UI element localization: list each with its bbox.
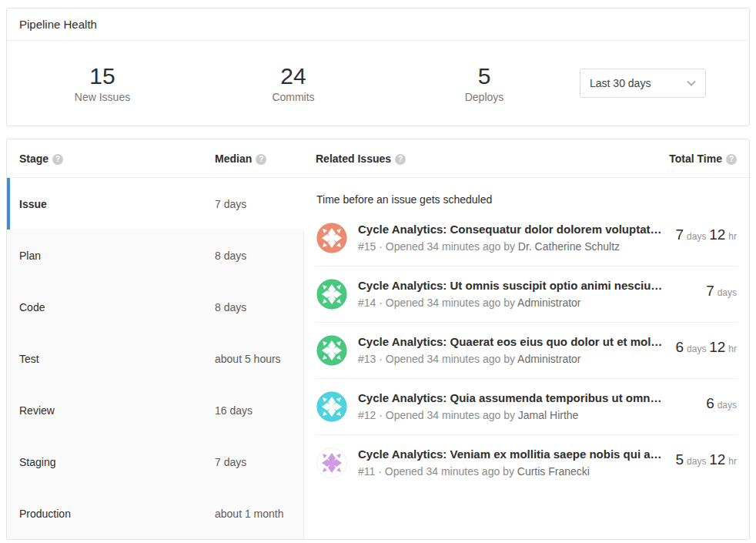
pipeline-health-card: Pipeline Health 15 New Issues 24 Commits…: [6, 8, 750, 126]
column-header-median: Median: [215, 153, 316, 165]
issue-meta-text: #15 · Opened 34 minutes ago by: [358, 240, 515, 253]
stat-commits: 24 Commits: [198, 63, 389, 103]
stage-item-production[interactable]: Production about 1 month: [7, 488, 304, 539]
issue-meta: #13 · Opened 34 minutes ago by Administr…: [358, 353, 667, 365]
issue-title-link[interactable]: Cycle Analytics: Veniam ex mollitia saep…: [358, 447, 667, 462]
identicon-avatar: [316, 391, 347, 422]
chevron-down-icon: [687, 80, 696, 86]
issue-meta: #12 · Opened 34 minutes ago by Jamal Hir…: [358, 409, 697, 421]
issue-event-row: Cycle Analytics: Ut omnis suscipit optio…: [315, 266, 738, 323]
issue-author-link[interactable]: Curtis Franecki: [517, 465, 590, 478]
issue-author-link[interactable]: Jamal Hirthe: [518, 409, 579, 421]
stage-events-panel: Time before an issue gets scheduled C: [304, 178, 749, 539]
issue-total-time: 6 days 12 hr: [676, 335, 737, 356]
total-time-unit: days: [687, 344, 706, 354]
stage-item-staging[interactable]: Staging 7 days: [7, 436, 304, 488]
issue-meta: #11 · Opened 34 minutes ago by Curtis Fr…: [358, 465, 667, 478]
column-header-related-issues: Related Issues: [316, 153, 669, 165]
date-range-column: Last 30 days: [580, 69, 749, 98]
column-header-median-label: Median: [215, 153, 252, 165]
stage-median: 8 days: [215, 250, 246, 262]
total-time-number: 5: [676, 451, 684, 468]
stage-median: 7 days: [215, 198, 246, 210]
stage-median: 8 days: [215, 301, 246, 313]
stage-item-test[interactable]: Test about 5 hours: [7, 333, 304, 384]
issue-event-main: Cycle Analytics: Quaerat eos eius quo do…: [358, 335, 667, 365]
total-time-number: 12: [709, 226, 725, 243]
issue-title-link[interactable]: Cycle Analytics: Quia assumenda temporib…: [358, 391, 697, 406]
stat-commits-value: 24: [198, 63, 389, 89]
issue-total-time: 5 days 12 hr: [676, 447, 737, 468]
issue-event-row: Cycle Analytics: Consequatur dolor dolor…: [315, 210, 738, 266]
issue-event-main: Cycle Analytics: Ut omnis suscipit optio…: [358, 279, 697, 309]
column-header-stage-label: Stage: [19, 153, 49, 165]
stat-new-issues: 15 New Issues: [7, 63, 198, 103]
issue-title-link[interactable]: Cycle Analytics: Consequatur dolor dolor…: [358, 223, 667, 237]
column-header-total-time: Total Time: [669, 153, 749, 165]
total-time-unit: hr: [728, 344, 737, 354]
issue-meta: #15 · Opened 34 minutes ago by Dr. Cathe…: [358, 240, 667, 253]
date-range-selected: Last 30 days: [590, 77, 651, 89]
identicon-avatar: [316, 279, 347, 310]
total-time-number: 6: [676, 339, 684, 355]
issue-meta-text: #13 · Opened 34 minutes ago by: [358, 353, 515, 365]
cycle-table-header: Stage Median Related Issues Total Time: [7, 139, 749, 178]
issue-total-time: 6 days: [706, 391, 737, 412]
stage-name: Review: [19, 404, 215, 417]
issue-total-time: 7 days: [706, 279, 737, 300]
stage-name: Staging: [19, 456, 215, 468]
total-time-number: 6: [706, 395, 714, 411]
stage-name: Issue: [19, 198, 215, 210]
stat-deploys-label: Deploys: [389, 91, 580, 103]
column-header-total-time-label: Total Time: [669, 153, 722, 165]
issue-total-time: 7 days 12 hr: [676, 223, 737, 243]
stage-item-issue[interactable]: Issue 7 days: [7, 178, 304, 230]
stage-item-code[interactable]: Code 8 days: [7, 281, 304, 333]
total-time-unit: days: [718, 287, 737, 298]
stage-name: Plan: [19, 250, 215, 262]
stage-median: about 1 month: [215, 508, 284, 520]
issue-event-row: Cycle Analytics: Quia assumenda temporib…: [315, 379, 738, 435]
total-time-unit: days: [687, 456, 706, 467]
issue-event-row: Cycle Analytics: Quaerat eos eius quo do…: [315, 323, 738, 379]
stage-median: 16 days: [215, 404, 253, 417]
pipeline-health-title: Pipeline Health: [7, 8, 749, 41]
help-icon[interactable]: [256, 154, 266, 165]
stage-item-plan[interactable]: Plan 8 days: [7, 230, 304, 281]
cycle-analytics-body: Issue 7 days Plan 8 days Code 8 days Tes…: [7, 178, 749, 539]
stage-name: Production: [19, 508, 215, 520]
issue-author-link[interactable]: Administrator: [517, 297, 580, 309]
column-header-related-issues-label: Related Issues: [316, 153, 391, 165]
total-time-number: 12: [709, 451, 725, 468]
issue-meta-text: #11 · Opened 34 minutes ago by: [358, 465, 514, 478]
issue-event-row: Cycle Analytics: Veniam ex mollitia saep…: [315, 435, 738, 491]
stage-name: Test: [19, 353, 215, 365]
total-time-unit: hr: [728, 456, 737, 467]
summary-stats: 15 New Issues 24 Commits 5 Deploys Last …: [7, 41, 749, 126]
issue-author-link[interactable]: Dr. Catherine Schultz: [518, 240, 620, 253]
stat-deploys-value: 5: [389, 63, 580, 89]
total-time-unit: hr: [728, 231, 737, 242]
issue-author-link[interactable]: Administrator: [517, 353, 580, 365]
issue-event-main: Cycle Analytics: Consequatur dolor dolor…: [358, 223, 667, 253]
identicon-avatar: [316, 223, 347, 253]
issue-event-main: Cycle Analytics: Quia assumenda temporib…: [358, 391, 697, 421]
issue-title-link[interactable]: Cycle Analytics: Quaerat eos eius quo do…: [358, 335, 667, 350]
total-time-number: 12: [709, 339, 725, 355]
stage-item-review[interactable]: Review 16 days: [7, 384, 304, 436]
page: Pipeline Health 15 New Issues 24 Commits…: [0, 0, 756, 543]
stat-deploys: 5 Deploys: [389, 63, 580, 103]
help-icon[interactable]: [726, 154, 737, 165]
stage-nav: Issue 7 days Plan 8 days Code 8 days Tes…: [7, 178, 304, 539]
total-time-unit: days: [687, 231, 706, 242]
date-range-dropdown[interactable]: Last 30 days: [580, 69, 706, 98]
identicon-avatar: [316, 335, 347, 366]
column-header-stage: Stage: [19, 153, 215, 165]
total-time-unit: days: [718, 400, 737, 411]
help-icon[interactable]: [395, 154, 406, 165]
help-icon[interactable]: [52, 154, 63, 165]
stage-description: Time before an issue gets scheduled: [315, 178, 738, 210]
stage-median: about 5 hours: [215, 353, 281, 365]
issue-title-link[interactable]: Cycle Analytics: Ut omnis suscipit optio…: [358, 279, 697, 293]
issue-meta-text: #14 · Opened 34 minutes ago by: [358, 297, 515, 309]
